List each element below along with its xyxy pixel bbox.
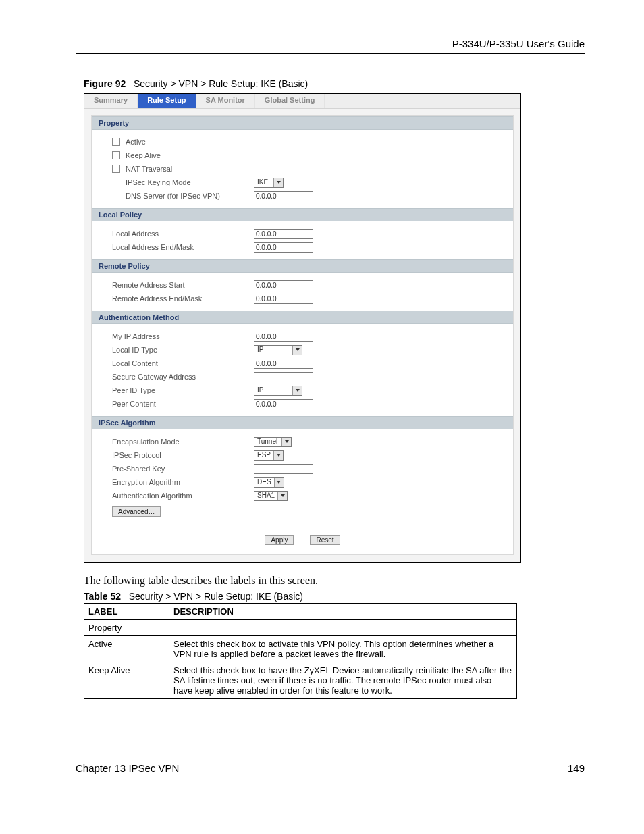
- remote-address-end-input[interactable]: 0.0.0.0: [254, 294, 313, 304]
- tab-rule-setup[interactable]: Rule Setup: [138, 94, 196, 108]
- header-guide: P-334U/P-335U User's Guide: [76, 38, 585, 49]
- local-content-input[interactable]: 0.0.0.0: [254, 359, 313, 369]
- section-local-policy-header: Local Policy: [92, 208, 513, 221]
- nat-traversal-label: NAT Traversal: [126, 162, 267, 176]
- encap-mode-label: Encapsulation Mode: [112, 435, 254, 448]
- peer-id-type-label: Peer ID Type: [112, 384, 254, 397]
- description-table: LABEL DESCRIPTION Property Active Select…: [84, 603, 517, 699]
- body-text: The following table describes the labels…: [84, 575, 585, 587]
- keep-alive-checkbox[interactable]: [112, 151, 120, 159]
- auth-algo-select[interactable]: SHA1: [254, 491, 288, 501]
- local-content-label: Local Content: [112, 357, 254, 370]
- ipsec-keying-mode-select[interactable]: IKE: [254, 178, 284, 188]
- section-remote-policy-header: Remote Policy: [92, 259, 513, 273]
- section-auth-method-header: Authentication Method: [92, 311, 513, 324]
- table-header-desc: DESCRIPTION: [169, 604, 517, 620]
- table-row: Property: [84, 620, 517, 636]
- enc-algo-label: Encryption Algorithm: [112, 475, 254, 489]
- remote-address-start-label: Remote Address Start: [112, 278, 254, 292]
- figure-caption: Figure 92 Security > VPN > Rule Setup: I…: [84, 78, 585, 89]
- psk-label: Pre-Shared Key: [112, 462, 254, 475]
- peer-content-input[interactable]: 0.0.0.0: [254, 399, 313, 409]
- auth-algo-label: Authentication Algorithm: [112, 489, 254, 502]
- secure-gateway-input[interactable]: [254, 372, 313, 382]
- tab-summary[interactable]: Summary: [84, 94, 138, 108]
- section-ipsec-algo-header: IPSec Algorithm: [92, 416, 513, 429]
- dns-server-input[interactable]: 0.0.0.0: [254, 191, 313, 201]
- table-row: Keep Alive Select this check box to have…: [84, 662, 517, 699]
- my-ip-label: My IP Address: [112, 330, 254, 343]
- active-label: Active: [126, 135, 267, 149]
- apply-button[interactable]: Apply: [265, 535, 294, 545]
- local-address-input[interactable]: 0.0.0.0: [254, 229, 313, 239]
- header-rule: [76, 53, 585, 54]
- local-id-type-select[interactable]: IP: [254, 345, 302, 355]
- remote-address-end-label: Remote Address End/Mask: [112, 292, 254, 305]
- chevron-down-icon: [292, 346, 302, 355]
- chevron-down-icon: [274, 478, 284, 487]
- enc-algo-select[interactable]: DES: [254, 477, 284, 488]
- remote-address-start-input[interactable]: 0.0.0.0: [254, 280, 313, 290]
- local-address-label: Local Address: [112, 227, 254, 240]
- peer-content-label: Peer Content: [112, 397, 254, 411]
- local-id-type-label: Local ID Type: [112, 343, 254, 357]
- section-property-header: Property: [92, 116, 513, 130]
- my-ip-input[interactable]: 0.0.0.0: [254, 332, 313, 342]
- psk-input[interactable]: [254, 464, 313, 474]
- encap-mode-select[interactable]: Tunnel: [254, 437, 292, 447]
- footer-chapter: Chapter 13 IPSec VPN: [76, 762, 179, 774]
- ipsec-proto-select[interactable]: ESP: [254, 450, 284, 461]
- secure-gateway-label: Secure Gateway Address: [112, 370, 254, 384]
- screenshot-panel: Summary Rule Setup SA Monitor Global Set…: [84, 93, 521, 563]
- chevron-down-icon: [273, 451, 283, 460]
- tab-global-setting[interactable]: Global Setting: [255, 94, 325, 108]
- local-address-end-input[interactable]: 0.0.0.0: [254, 242, 313, 253]
- table-caption: Table 52 Security > VPN > Rule Setup: IK…: [84, 591, 585, 602]
- reset-button[interactable]: Reset: [310, 535, 340, 545]
- tab-bar: Summary Rule Setup SA Monitor Global Set…: [84, 94, 520, 109]
- local-address-end-label: Local Address End/Mask: [112, 240, 254, 254]
- keep-alive-label: Keep Alive: [126, 149, 267, 162]
- chevron-down-icon: [273, 178, 283, 187]
- tab-sa-monitor[interactable]: SA Monitor: [196, 94, 255, 108]
- active-checkbox[interactable]: [112, 138, 120, 146]
- nat-traversal-checkbox[interactable]: [112, 165, 120, 173]
- dns-server-label: DNS Server (for IPSec VPN): [126, 189, 254, 203]
- table-header-label: LABEL: [84, 604, 169, 620]
- chevron-down-icon: [292, 386, 302, 395]
- chevron-down-icon: [281, 438, 291, 446]
- table-row: Active Select this check box to activate…: [84, 636, 517, 662]
- advanced-button[interactable]: Advanced…: [112, 506, 161, 517]
- chevron-down-icon: [277, 492, 287, 500]
- ipsec-keying-mode-label: IPSec Keying Mode: [126, 176, 254, 189]
- footer-page: 149: [568, 762, 585, 774]
- peer-id-type-select[interactable]: IP: [254, 386, 302, 396]
- ipsec-proto-label: IPSec Protocol: [112, 448, 254, 462]
